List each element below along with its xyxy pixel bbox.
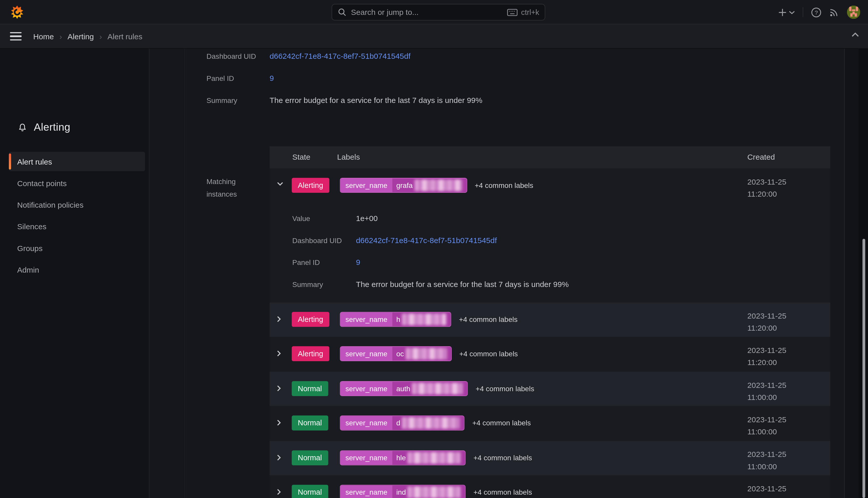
table-row[interactable]: Alerting server_name grafa +4 common lab… [270,168,830,302]
label-value-prefix: oc [396,350,404,358]
breadcrumb-separator-icon: › [59,32,62,41]
label-value-prefix: grafa [396,181,413,189]
label-pill: server_name h [340,312,451,327]
table-row[interactable]: Alerting server_name oc +4 common labels… [270,337,830,372]
news-rss-icon[interactable] [829,7,839,17]
expand-row-icon[interactable] [277,488,281,495]
sidebar-item-groups[interactable]: Groups [9,238,145,258]
table-row[interactable]: Normal server_name auth +4 common labels… [270,372,830,406]
collapse-row-icon[interactable] [277,182,283,186]
grafana-app: Search or jump to... ctrl+k [0,0,868,498]
table-row[interactable]: Alerting server_name h +4 common labels … [270,302,830,337]
created-timestamp: 2023-11-2511:00:00 [747,379,799,403]
top-navigation-bar: Search or jump to... ctrl+k [0,0,868,24]
page-body: Alerting Alert rules Contact points Noti… [0,49,868,498]
status-badge: Normal [291,381,328,396]
expand-row-icon[interactable] [277,419,281,426]
status-badge: Alerting [291,346,329,361]
breadcrumb-alerting[interactable]: Alerting [67,32,94,41]
common-labels-text: +4 common labels [459,350,518,358]
redacted-label-value [402,417,459,429]
redacted-label-value [408,486,461,498]
redacted-label-value [412,383,463,394]
field-summary: SummaryThe error budget for a service fo… [293,280,569,289]
created-timestamp: 2023-11-2511:20:00 [747,175,799,200]
expand-row-icon[interactable] [277,316,281,323]
active-indicator [9,154,11,170]
hamburger-menu-icon[interactable] [10,32,22,41]
bell-icon [18,123,27,132]
created-timestamp: 2023-11-2511:00:00 [747,483,799,498]
label-value-prefix: auth [396,384,410,393]
redacted-label-value [406,348,447,359]
chevron-down-icon [789,10,795,14]
label-pill: server_name ind [340,485,465,498]
field-panel-id: Panel ID 9 [206,74,274,83]
field-panel-id: Panel ID9 [293,258,361,267]
status-badge: Normal [291,485,328,498]
panel-id-link[interactable]: 9 [356,258,361,267]
expand-row-icon[interactable] [277,350,281,357]
column-header-created: Created [747,152,775,161]
common-labels-text: +4 common labels [459,315,517,324]
common-labels-text: +4 common labels [474,488,532,496]
keyboard-icon [507,9,518,16]
table-row[interactable]: Normal server_name d +4 common labels 20… [270,406,830,441]
field-dashboard-uid: Dashboard UIDd66242cf-71e8-417c-8ef7-51b… [293,236,497,245]
search-shortcut: ctrl+k [507,8,539,16]
breadcrumb-home[interactable]: Home [33,32,54,41]
search-icon [338,8,347,17]
user-avatar[interactable] [847,6,860,19]
dashboard-uid-link[interactable]: d66242cf-71e8-417c-8ef7-51b0741545df [356,236,497,245]
svg-text:?: ? [815,9,818,16]
grafana-logo-icon[interactable] [10,5,24,19]
sidebar-section-title: Alerting [18,121,70,133]
redacted-label-value [408,452,461,463]
table-header: State Labels Created [270,146,830,168]
breadcrumb-separator-icon: › [99,32,102,41]
dashboard-uid-link[interactable]: d66242cf-71e8-417c-8ef7-51b0741545df [270,52,410,61]
label-pill: server_name auth [340,381,468,396]
label-pill: server_name oc [340,346,451,361]
expand-row-icon[interactable] [277,454,281,461]
sidebar-item-notification-policies[interactable]: Notification policies [9,195,145,214]
sidebar-item-silences[interactable]: Silences [9,217,145,236]
search-placeholder: Search or jump to... [351,8,507,17]
created-timestamp: 2023-11-2511:00:00 [747,448,799,473]
add-button[interactable] [778,8,795,16]
common-labels-text: +4 common labels [476,384,534,393]
label-value-prefix: ind [396,488,406,496]
redacted-label-value [402,314,446,325]
created-timestamp: 2023-11-2511:20:00 [747,310,799,334]
topbar-actions: ? [778,0,860,24]
status-badge: Normal [291,416,328,431]
common-labels-text: +4 common labels [475,181,533,189]
help-icon[interactable]: ? [811,7,822,17]
status-badge: Normal [291,450,328,466]
sidebar-item-alert-rules[interactable]: Alert rules [9,152,145,171]
sidebar: Alerting Alert rules Contact points Noti… [0,49,150,498]
breadcrumb-current-page: Alert rules [107,32,143,41]
chevron-up-icon[interactable] [851,32,859,37]
expand-row-icon[interactable] [277,385,281,392]
label-pill: server_name grafa [340,178,467,193]
redacted-label-value [414,180,462,191]
status-badge: Alerting [291,178,329,193]
status-badge: Alerting [291,312,329,327]
column-header-labels: Labels [337,152,360,161]
matching-instances-label: Matching instances [206,175,251,200]
search-input[interactable]: Search or jump to... ctrl+k [332,4,545,21]
sidebar-item-admin[interactable]: Admin [9,260,145,279]
table-row[interactable]: Normal server_name ind +4 common labels … [270,475,830,498]
label-value-prefix: h [396,315,401,324]
content-left-border [185,49,185,498]
created-timestamp: 2023-11-2511:20:00 [747,344,799,368]
scrollbar-thumb[interactable] [862,239,865,498]
field-value: Value1e+00 [293,214,378,223]
breadcrumb: Home › Alerting › Alert rules [33,32,143,41]
common-labels-text: +4 common labels [474,454,532,462]
common-labels-text: +4 common labels [472,419,531,427]
sidebar-item-contact-points[interactable]: Contact points [9,173,145,193]
panel-id-link[interactable]: 9 [270,74,274,83]
table-row[interactable]: Normal server_name hle +4 common labels … [270,441,830,475]
